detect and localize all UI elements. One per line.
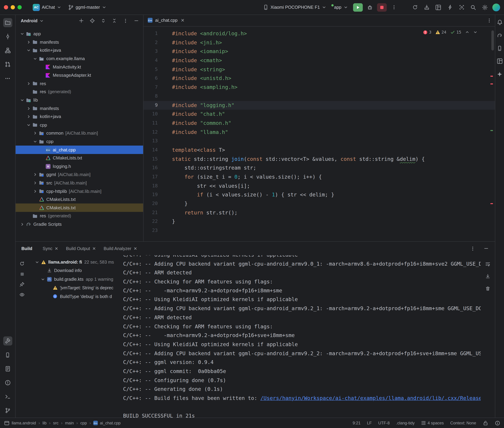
notifications-bell-icon[interactable] [496, 19, 503, 26]
lock-icon[interactable] [483, 420, 488, 426]
build-output-path-link[interactable]: /Users/hanyin/Workspace/ai-chat/examples… [260, 395, 481, 401]
project-tree-row-src[interactable]: src[AiChat.lib.main] [16, 179, 143, 187]
code-line-12[interactable]: 12#include "llama.h" [144, 128, 495, 137]
error-stripe-mark[interactable] [490, 76, 493, 77]
preview-icon[interactable] [18, 291, 26, 298]
device-explorer-toolwindow-icon[interactable] [3, 350, 12, 360]
chevron-right-icon[interactable] [32, 181, 38, 185]
code-line-10[interactable]: 10#include "chat.h" [144, 110, 495, 119]
project-tree-row-cmakelists-txt[interactable]: CMakeLists.txt [16, 154, 143, 162]
project-tree-row-logging-h[interactable]: Hlogging.h [16, 162, 143, 170]
chevron-down-icon[interactable] [32, 57, 38, 61]
close-window-button[interactable] [4, 5, 8, 9]
code-line-11[interactable]: 11#include "common.h" [144, 119, 495, 128]
expand-all-icon[interactable] [100, 17, 107, 24]
error-stripe-mark[interactable] [490, 83, 493, 84]
project-tree-row-lib[interactable]: lib [16, 96, 143, 104]
editor-tab-ai-chat-cpp[interactable]: C++ ai_chat.cpp ✕ [144, 15, 188, 26]
project-tree-row-manifests[interactable]: manifests [16, 38, 143, 46]
scroll-to-end-icon[interactable] [484, 272, 492, 280]
breadcrumb-lib[interactable]: lib [43, 421, 47, 425]
project-tree-row-common[interactable]: common[AiChat.lib.main] [16, 129, 143, 137]
build-console[interactable]: C/C++: -- Using KleidiAI optimized kerne… [123, 255, 481, 418]
tab-build-analyzer[interactable]: Build Analyzer✕ [100, 244, 140, 252]
project-tree-row-messageadapter-kt[interactable]: MessageAdapter.kt [16, 71, 143, 79]
debug-button[interactable] [366, 3, 375, 11]
close-tab-icon[interactable]: ✕ [55, 246, 58, 251]
tab-sync[interactable]: Sync✕ [39, 244, 61, 252]
code-line-15[interactable]: 15static std::string join(const std::vec… [144, 155, 495, 163]
build-toolwindow-icon[interactable] [3, 336, 12, 346]
user-avatar[interactable] [492, 3, 500, 11]
code-line-7[interactable]: 7#include <sampling.h> [144, 83, 495, 92]
project-tree-row-ggml[interactable]: ggml[AiChat.lib.main] [16, 171, 143, 179]
rerun-build-icon[interactable] [18, 260, 26, 268]
code-area[interactable]: 1#include <android/log.h>2#include <jni.… [144, 26, 495, 241]
run-configuration-selector[interactable]: app [332, 4, 350, 11]
gradle-toolwindow-icon[interactable] [496, 32, 503, 39]
project-tree-row-app[interactable]: app [16, 30, 143, 38]
settings-gear-icon[interactable] [481, 3, 489, 11]
zoom-window-button[interactable] [17, 5, 22, 9]
code-line-6[interactable]: 6#include <unistd.h> [144, 74, 495, 83]
code-line-4[interactable]: 4#include <cmath> [144, 56, 495, 65]
project-tree-row-kotlin-java[interactable]: kotlin+java [16, 46, 143, 54]
project-widget[interactable]: AC AiChat [30, 2, 64, 12]
context-indicator[interactable]: Context: None [450, 421, 476, 425]
search-everywhere-icon[interactable] [469, 3, 478, 11]
code-line-16[interactable]: 16 std::ostringstream str; [144, 163, 495, 172]
code-line-14[interactable]: 14template<class T> [144, 146, 495, 155]
close-tab-icon[interactable]: ✕ [181, 18, 185, 23]
build-tree-row[interactable]: BuildType 'debug' is both d [28, 292, 123, 301]
build-tree-row[interactable]: Download info [28, 266, 123, 275]
project-tree-row-ai-chat-cpp[interactable]: C++ai_chat.cpp [16, 146, 143, 154]
project-tree-row-kotlin-java[interactable]: kotlin+java [16, 113, 143, 121]
version-control-toolwindow-icon[interactable] [3, 406, 12, 415]
select-opened-file-icon[interactable] [89, 17, 96, 24]
problems-toolwindow-icon[interactable] [3, 378, 12, 387]
build-tree-row[interactable]: 'jvmTarget: String' is deprec [28, 284, 123, 292]
encoding-indicator[interactable]: UTF-8 [378, 421, 390, 425]
device-selector[interactable]: Xiaomi POCOPHONE F1 [260, 3, 329, 11]
code-line-5[interactable]: 5#include <string> [144, 65, 495, 74]
soft-wrap-icon[interactable] [484, 260, 492, 268]
pull-requests-toolwindow-icon[interactable] [3, 60, 12, 69]
sync-project-icon[interactable] [411, 3, 419, 11]
chevron-down-icon[interactable] [39, 277, 46, 281]
clear-console-icon[interactable] [484, 284, 492, 293]
project-tree-row-gradle-scripts[interactable]: Gradle Scripts [16, 220, 143, 229]
project-tree-row-res[interactable]: res [16, 80, 143, 88]
project-tree-row-cpp[interactable]: cpp [16, 121, 143, 129]
commit-toolwindow-icon[interactable] [3, 32, 12, 41]
breadcrumb-main[interactable]: main [65, 421, 74, 425]
chevron-right-icon[interactable] [25, 82, 32, 86]
code-line-17[interactable]: 17 for (size_t i = 0; i < values.size();… [144, 173, 495, 181]
assistant-toolwindow-icon[interactable] [496, 71, 503, 78]
code-line-8[interactable]: 8 [144, 92, 495, 101]
caret-position[interactable]: 9:21 [353, 421, 360, 425]
panel-options-icon[interactable] [122, 17, 129, 24]
project-tree-row-cpp-httplib[interactable]: cpp-httplib[AiChat.lib.main] [16, 187, 143, 195]
project-tree-row-cmakelists-txt[interactable]: CMakeLists.txt [16, 195, 143, 204]
code-line-2[interactable]: 2#include <jni.h> [144, 38, 495, 47]
hide-build-panel-icon[interactable] [482, 244, 490, 253]
chevron-down-icon[interactable] [19, 32, 25, 36]
line-ending-indicator[interactable]: LF [367, 421, 372, 425]
change-stripe-mark[interactable] [490, 130, 493, 131]
sdk-manager-icon[interactable] [422, 3, 431, 11]
build-options-icon[interactable] [468, 244, 477, 253]
chevron-right-icon[interactable] [32, 189, 38, 193]
clang-tidy-indicator[interactable]: .clang-tidy [396, 421, 415, 425]
editor-options-icon[interactable] [487, 16, 495, 25]
indent-indicator[interactable]: 4 spaces [421, 420, 444, 425]
more-toolwindows-icon[interactable] [3, 74, 12, 83]
stop-build-icon[interactable] [18, 270, 26, 278]
device-manager-toolwindow-icon[interactable] [496, 45, 503, 52]
close-tab-icon[interactable]: ✕ [134, 246, 137, 251]
project-tree-row-res[interactable]: res(generated) [16, 212, 143, 220]
running-devices-toolwindow-icon[interactable] [496, 58, 503, 65]
breadcrumb-ai-chat-cpp[interactable]: ai_chat.cpp [100, 421, 120, 425]
collapse-all-icon[interactable] [111, 17, 118, 24]
profiler-icon[interactable] [446, 3, 454, 11]
code-line-23[interactable]: 23 [144, 226, 495, 235]
